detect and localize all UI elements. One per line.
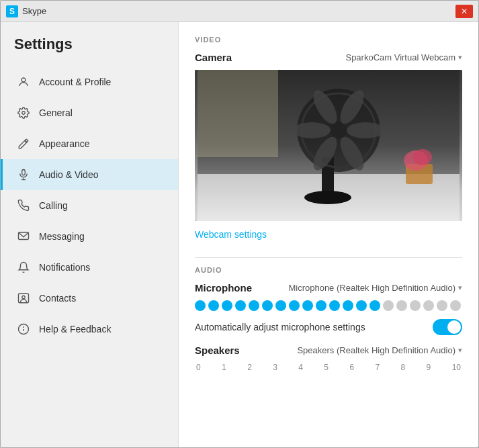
scale-value-4: 4 xyxy=(298,363,303,372)
svg-rect-6 xyxy=(19,294,29,303)
audio-section-label: AUDIO xyxy=(195,266,462,274)
scale-value-8: 8 xyxy=(401,363,406,372)
mic-dot-9 xyxy=(316,300,326,311)
sidebar-item-contacts[interactable]: Contacts xyxy=(1,283,178,314)
auto-adjust-toggle[interactable] xyxy=(433,319,462,335)
auto-adjust-row: Automatically adjust microphone settings xyxy=(195,319,462,335)
mic-dot-14 xyxy=(383,300,394,311)
svg-point-22 xyxy=(293,122,331,138)
sidebar-item-appearance[interactable]: Appearance xyxy=(1,128,178,159)
window-title: Skype xyxy=(22,6,455,16)
camera-row: Camera SparkoCam Virtual Webcam ▾ xyxy=(195,52,462,63)
info-icon xyxy=(16,322,31,337)
speakers-dropdown[interactable]: Speakers (Realtek High Definition Audio)… xyxy=(297,345,462,355)
webcam-settings-link[interactable]: Webcam settings xyxy=(195,229,267,240)
sidebar-item-help[interactable]: Help & Feedback xyxy=(1,314,178,345)
sidebar-item-account-label: Account & Profile xyxy=(39,77,111,87)
microphone-chevron-icon: ▾ xyxy=(458,283,462,292)
mic-dot-13 xyxy=(369,300,380,311)
gear-icon xyxy=(16,105,31,120)
contacts-icon xyxy=(16,291,31,306)
mic-dot-7 xyxy=(289,300,300,311)
microphone-dropdown[interactable]: Microphone (Realtek High Definition Audi… xyxy=(288,283,462,293)
mic-dot-19 xyxy=(450,300,461,311)
title-bar: S Skype ✕ xyxy=(1,1,478,22)
auto-adjust-label: Automatically adjust microphone settings xyxy=(195,322,365,332)
scale-value-6: 6 xyxy=(349,363,354,372)
video-section-label: VIDEO xyxy=(195,36,462,44)
sidebar-item-calling-label: Calling xyxy=(39,200,68,211)
app-icon: S xyxy=(6,5,18,17)
toggle-knob xyxy=(447,320,461,334)
speakers-row: Speakers Speakers (Realtek High Definiti… xyxy=(195,345,462,356)
camera-label: Camera xyxy=(195,52,232,63)
video-preview-image xyxy=(195,70,462,221)
main-panel: VIDEO Camera SparkoCam Virtual Webcam ▾ xyxy=(179,22,478,447)
mic-dot-12 xyxy=(356,300,367,311)
phone-icon xyxy=(16,198,31,213)
scale-value-0: 0 xyxy=(196,363,201,372)
volume-scale: 012345678910 xyxy=(195,363,462,372)
sidebar-item-messaging-label: Messaging xyxy=(39,231,85,242)
sidebar-item-notifications[interactable]: Notifications xyxy=(1,252,178,283)
svg-rect-27 xyxy=(198,70,278,157)
sidebar-item-messaging[interactable]: Messaging xyxy=(1,221,178,252)
svg-point-26 xyxy=(413,149,432,165)
microphone-value: Microphone (Realtek High Definition Audi… xyxy=(288,283,455,293)
svg-point-23 xyxy=(331,122,347,138)
mic-dot-3 xyxy=(235,300,246,311)
bell-icon xyxy=(16,260,31,275)
svg-point-0 xyxy=(21,78,26,82)
scale-value-1: 1 xyxy=(222,363,226,372)
mic-dot-0 xyxy=(195,300,206,311)
svg-point-7 xyxy=(22,296,26,299)
mic-dot-16 xyxy=(410,300,421,311)
sidebar-item-appearance-label: Appearance xyxy=(39,138,90,149)
sidebar-item-general-label: General xyxy=(39,107,73,118)
mic-dot-4 xyxy=(249,300,259,311)
svg-point-19 xyxy=(347,122,384,138)
mic-dot-17 xyxy=(423,300,434,311)
camera-dropdown[interactable]: SparkoCam Virtual Webcam ▾ xyxy=(345,52,462,62)
svg-point-14 xyxy=(304,191,351,204)
mic-level-dots xyxy=(195,300,462,311)
mic-dot-1 xyxy=(208,300,219,311)
account-icon xyxy=(16,75,31,89)
close-button[interactable]: ✕ xyxy=(455,5,473,18)
mic-dot-10 xyxy=(329,300,340,311)
scale-value-5: 5 xyxy=(324,363,329,372)
speakers-value: Speakers (Realtek High Definition Audio) xyxy=(297,345,455,355)
speakers-chevron-icon: ▾ xyxy=(458,346,462,355)
settings-title: Settings xyxy=(1,36,178,66)
scale-value-3: 3 xyxy=(273,363,277,372)
sidebar-item-contacts-label: Contacts xyxy=(39,293,76,304)
mic-dot-5 xyxy=(262,300,273,311)
sidebar-item-calling[interactable]: Calling xyxy=(1,190,178,221)
microphone-row: Microphone Microphone (Realtek High Defi… xyxy=(195,282,462,294)
scale-value-10: 10 xyxy=(452,363,461,372)
mic-dot-8 xyxy=(302,300,313,311)
scale-value-7: 7 xyxy=(375,363,380,372)
messaging-icon xyxy=(16,229,31,244)
main-content: Settings Account & Profile G xyxy=(1,22,478,447)
divider-audio xyxy=(195,257,462,258)
sidebar-item-notifications-label: Notifications xyxy=(39,262,90,273)
sidebar-item-audio-video[interactable]: Audio & Video xyxy=(1,159,178,190)
mic-icon xyxy=(16,167,31,182)
mic-dot-2 xyxy=(222,300,232,311)
sidebar-item-audio-video-label: Audio & Video xyxy=(39,169,98,180)
svg-point-1 xyxy=(22,111,26,115)
app-window: S Skype ✕ Settings Account & Profile xyxy=(0,0,479,448)
mic-dot-15 xyxy=(396,300,407,311)
scale-value-2: 2 xyxy=(247,363,252,372)
scale-value-9: 9 xyxy=(427,363,431,372)
sidebar: Settings Account & Profile G xyxy=(1,22,179,447)
sidebar-item-general[interactable]: General xyxy=(1,97,178,128)
appearance-icon xyxy=(16,136,31,151)
mic-dot-6 xyxy=(275,300,286,311)
sidebar-item-account[interactable]: Account & Profile xyxy=(1,66,178,97)
microphone-label: Microphone xyxy=(195,282,252,294)
camera-value: SparkoCam Virtual Webcam xyxy=(345,52,455,62)
sidebar-item-help-label: Help & Feedback xyxy=(39,324,111,334)
mic-dot-18 xyxy=(437,300,447,311)
